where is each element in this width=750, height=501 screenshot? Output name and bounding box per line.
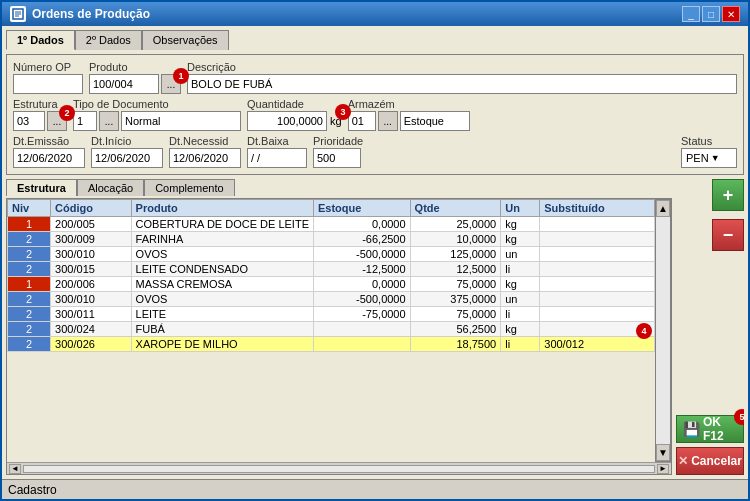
form-panel: Número OP Produto ... 1 Descrição	[6, 54, 744, 175]
table-row[interactable]: 2 300/011 LEITE -75,0000 75,0000 li	[8, 307, 655, 322]
cell-un: li	[501, 307, 540, 322]
table-row[interactable]: 2 300/009 FARINHA -66,2500 10,0000 kg	[8, 232, 655, 247]
cell-qtde: 12,5000	[410, 262, 501, 277]
cancel-button[interactable]: ✕ Cancelar	[676, 447, 744, 475]
dt-inicio-group: Dt.Início	[91, 135, 163, 168]
tipo-doc-dots-button[interactable]: ...	[99, 111, 119, 131]
tipo-doc-group: Tipo de Documento ...	[73, 98, 241, 131]
armazem-group: Armazém ...	[348, 98, 470, 131]
table-row[interactable]: 2 300/010 OVOS -500,0000 375,0000 un	[8, 292, 655, 307]
cell-substituido	[540, 232, 655, 247]
produto-label: Produto	[89, 61, 181, 73]
sub-tab-estrutura[interactable]: Estrutura	[6, 179, 77, 196]
cell-codigo: 300/011	[51, 307, 131, 322]
numero-op-input[interactable]	[13, 74, 83, 94]
cell-codigo: 300/010	[51, 292, 131, 307]
dt-necessid-input[interactable]	[169, 148, 241, 168]
cell-qtde: 25,0000	[410, 217, 501, 232]
scroll-down-button[interactable]: ▼	[656, 444, 670, 461]
cell-niv: 2	[8, 337, 51, 352]
status-dropdown[interactable]: PEN ▼	[681, 148, 737, 168]
cell-produto: LEITE	[131, 307, 313, 322]
table-row[interactable]: 2 300/015 LEITE CONDENSADO -12,5000 12,5…	[8, 262, 655, 277]
cell-produto: LEITE CONDENSADO	[131, 262, 313, 277]
cell-niv: 2	[8, 292, 51, 307]
descricao-input[interactable]	[187, 74, 737, 94]
cell-qtde: 18,7500	[410, 337, 501, 352]
table-row[interactable]: 2 300/010 OVOS -500,0000 125,0000 un	[8, 247, 655, 262]
cell-un: un	[501, 292, 540, 307]
cell-niv: 2	[8, 262, 51, 277]
cell-estoque: -12,5000	[313, 262, 410, 277]
dt-inicio-input[interactable]	[91, 148, 163, 168]
quantidade-label: Quantidade	[247, 98, 342, 110]
cell-substituido	[540, 277, 655, 292]
content-area: 1º Dados 2º Dados Observações Número OP …	[2, 26, 748, 479]
tab-2dados[interactable]: 2º Dados	[75, 30, 142, 50]
scroll-left-button[interactable]: ◄	[9, 464, 21, 474]
scroll-right-button[interactable]: ►	[657, 464, 669, 474]
cadastro-label: Cadastro	[8, 483, 57, 497]
cell-produto: COBERTURA DE DOCE DE LEITE	[131, 217, 313, 232]
maximize-button[interactable]: □	[702, 6, 720, 22]
sub-tab-complemento[interactable]: Complemento	[144, 179, 234, 196]
table-row[interactable]: 1 200/005 COBERTURA DE DOCE DE LEITE 0,0…	[8, 217, 655, 232]
horizontal-scrollbar[interactable]: ◄ ►	[7, 462, 671, 474]
cell-niv: 2	[8, 307, 51, 322]
cell-un: li	[501, 262, 540, 277]
tab-observacoes[interactable]: Observações	[142, 30, 229, 50]
sub-tab-alocacao[interactable]: Alocação	[77, 179, 144, 196]
vertical-scrollbar[interactable]: ▲ ▼	[655, 199, 671, 462]
cell-estoque: -66,2500	[313, 232, 410, 247]
col-un: Un	[501, 200, 540, 217]
estrutura-label: Estrutura	[13, 98, 67, 110]
dt-baixa-input[interactable]	[247, 148, 307, 168]
minimize-button[interactable]: _	[682, 6, 700, 22]
scroll-track[interactable]	[656, 217, 670, 444]
dt-inicio-label: Dt.Início	[91, 135, 163, 147]
tab-1dados[interactable]: 1º Dados	[6, 30, 75, 50]
numero-op-label: Número OP	[13, 61, 83, 73]
add-button[interactable]: +	[712, 179, 744, 211]
cell-un: li	[501, 337, 540, 352]
estrutura-input[interactable]	[13, 111, 45, 131]
cell-niv: 2	[8, 247, 51, 262]
h-scroll-track[interactable]	[23, 465, 655, 473]
tipo-doc-input[interactable]	[73, 111, 97, 131]
table-scroll-wrap: Niv Código Produto Estoque Qtde Un Subst…	[7, 199, 671, 462]
badge-4: 4	[636, 323, 652, 339]
badge-1: 1	[173, 68, 189, 84]
close-button[interactable]: ✕	[722, 6, 740, 22]
dt-emissao-input[interactable]	[13, 148, 85, 168]
cell-qtde: 375,0000	[410, 292, 501, 307]
cell-codigo: 300/009	[51, 232, 131, 247]
badge-3: 3	[335, 104, 351, 120]
titlebar: Ordens de Produção _ □ ✕	[2, 2, 748, 26]
cell-substituido: 300/012	[540, 337, 655, 352]
cell-codigo: 200/005	[51, 217, 131, 232]
quantidade-input[interactable]	[247, 111, 327, 131]
prioridade-label: Prioridade	[313, 135, 363, 147]
cell-substituido	[540, 217, 655, 232]
prioridade-input[interactable]	[313, 148, 361, 168]
dt-emissao-group: Dt.Emissão	[13, 135, 85, 168]
armazem-input[interactable]	[348, 111, 376, 131]
table-area: Estrutura Alocação Complemento Niv Cód	[6, 179, 672, 475]
tipo-doc-normal-input[interactable]	[121, 111, 241, 131]
armazem-dots-button[interactable]: ...	[378, 111, 398, 131]
lower-section: Estrutura Alocação Complemento Niv Cód	[6, 179, 744, 475]
main-window: Ordens de Produção _ □ ✕ 1º Dados 2º Dad…	[0, 0, 750, 501]
cell-estoque	[313, 337, 410, 352]
table-row-highlighted[interactable]: 2 300/026 XAROPE DE MILHO 18,7500 li 300…	[8, 337, 655, 352]
cell-niv: 2	[8, 322, 51, 337]
status-label: Status	[681, 135, 737, 147]
scroll-up-button[interactable]: ▲	[656, 200, 670, 217]
armazem-name-input[interactable]	[400, 111, 470, 131]
cell-un: un	[501, 247, 540, 262]
remove-button[interactable]: −	[712, 219, 744, 251]
table-row[interactable]: 1 200/006 MASSA CREMOSA 0,0000 75,0000 k…	[8, 277, 655, 292]
cell-un: kg	[501, 232, 540, 247]
produto-input[interactable]	[89, 74, 159, 94]
table-row[interactable]: 2 300/024 FUBÁ 56,2500 kg 4	[8, 322, 655, 337]
col-codigo: Código	[51, 200, 131, 217]
